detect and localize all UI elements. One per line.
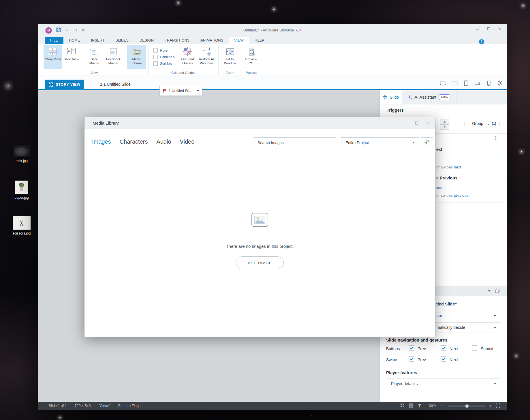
tab-file[interactable]: FILE — [45, 37, 63, 44]
ribbon: Story View Slide View Slide Master Feedb… — [38, 44, 507, 76]
section-nav-gestures: Slide navigation and gestures — [386, 337, 448, 342]
import-file-icon — [424, 140, 430, 146]
zoom-in-button[interactable]: + — [489, 404, 491, 408]
player-settings-gear-icon[interactable] — [497, 80, 503, 87]
fit-slide-to-window-icon[interactable] — [496, 403, 500, 409]
save-button[interactable] — [56, 27, 61, 33]
desktop-icon-paper[interactable]: paper.jpg — [9, 181, 35, 200]
trigger-text-fragment[interactable]: or swipes previous — [436, 193, 469, 198]
slide-master-button[interactable]: Slide Master — [85, 45, 104, 69]
media-list-empty-state: There are no images in this project. ADD… — [84, 154, 435, 337]
search-input[interactable] — [254, 137, 336, 148]
customize-toolbar-button[interactable] — [82, 28, 85, 33]
trigger-text-fragment[interactable]: or swipes next — [436, 165, 461, 169]
buttons-submit-checkbox[interactable] — [472, 345, 477, 351]
group-label-grid-and-guides: Grid and Guides — [151, 71, 216, 74]
preview-button[interactable]: Preview — [244, 45, 259, 69]
grid-and-guides-button[interactable]: Grid and Guides — [178, 45, 197, 69]
collapse-caret-icon[interactable] — [488, 290, 490, 292]
scope-dropdown[interactable]: Entire Project — [341, 137, 419, 148]
buttons-next-checkbox[interactable] — [441, 345, 446, 351]
tab-ai-assistant[interactable]: AI Assistant New — [402, 90, 456, 104]
divider — [436, 174, 503, 174]
redock-all-windows-button[interactable]: Redock All Windows — [197, 45, 216, 69]
tab-slides[interactable]: SLIDES — [110, 37, 134, 44]
phone-landscape-preview-icon[interactable] — [474, 80, 481, 87]
laptop-preview-icon[interactable] — [439, 80, 446, 87]
separator — [218, 46, 219, 74]
scene-dropdown[interactable]: 1 Untitled Sc... — [159, 86, 202, 96]
help-icon[interactable]: ? — [479, 39, 484, 44]
tab-insert[interactable]: INSERT — [86, 37, 110, 44]
desktop-icon-rock[interactable]: rock.jpg — [9, 145, 35, 163]
story-view-button[interactable]: Story View — [44, 45, 62, 69]
notes-view-icon[interactable] — [409, 403, 413, 408]
swipe-prev-label: Prev — [418, 357, 426, 362]
zoom-out-button[interactable]: − — [441, 404, 443, 408]
buttons-prev-checkbox[interactable] — [409, 345, 414, 351]
tablet-landscape-preview-icon[interactable] — [451, 80, 458, 87]
grid-view-icon[interactable] — [400, 403, 405, 408]
properties-title-fragment: tled Slide" — [436, 302, 457, 306]
bright-star — [521, 151, 522, 152]
feedback-master-button[interactable]: Feedback Master — [104, 45, 123, 69]
fit-to-window-button[interactable]: Fit to Window — [221, 45, 240, 69]
tab-home[interactable]: HOME — [63, 37, 85, 44]
zoom-slider[interactable] — [448, 406, 485, 406]
tab-view[interactable]: VIEW — [229, 37, 249, 44]
status-slide-dimensions: 720 × 540 — [75, 404, 91, 408]
desktop-icon-scissors[interactable]: ✂ scissors.jpg — [9, 216, 35, 235]
tab-video[interactable]: Video — [180, 138, 195, 145]
breadcrumb[interactable]: 1.1 Untitled Slide — [100, 82, 131, 87]
group-checkbox[interactable] — [465, 121, 470, 126]
phone-portrait-preview-icon[interactable] — [486, 80, 492, 87]
status-feature-flags[interactable]: Feature Flags — [118, 404, 140, 408]
tab-audio[interactable]: Audio — [156, 138, 171, 145]
tab-transitions[interactable]: TRANSITIONS — [159, 37, 195, 44]
ruler-checkbox[interactable]: Ruler — [153, 48, 174, 52]
tab-design[interactable]: DESIGN — [134, 37, 159, 44]
dialog-close-button[interactable] — [426, 121, 429, 126]
trigger-link-fragment[interactable]: lide — [436, 186, 442, 190]
undock-panel-icon[interactable] — [495, 288, 500, 293]
tab-help[interactable]: HELP — [249, 37, 270, 44]
tab-animations[interactable]: ANIMATIONS — [195, 37, 229, 44]
guides-checkbox[interactable]: Guides — [153, 61, 174, 66]
gridlines-checkbox[interactable]: Gridlines — [153, 55, 174, 59]
story-view-icon — [48, 47, 58, 57]
player-features-dropdown[interactable]: Player defaults — [387, 378, 500, 389]
divider — [436, 202, 503, 203]
swipe-row-label: Swipe: — [386, 357, 398, 362]
separator — [242, 46, 242, 74]
import-file-button[interactable] — [421, 137, 433, 148]
trigger-reorder-spinner[interactable] — [440, 119, 449, 130]
tablet-portrait-preview-icon[interactable] — [463, 80, 469, 87]
variables-button[interactable]: (x) — [489, 118, 499, 129]
dialog-maximize-button[interactable] — [415, 121, 419, 126]
tab-images[interactable]: Images — [92, 138, 111, 145]
slide-view-button[interactable]: Slide View — [62, 45, 81, 69]
status-slide-count: Slide 1 of 1 — [49, 404, 67, 408]
undo-button[interactable]: ↶ — [65, 28, 69, 33]
media-library-button[interactable]: Media Library — [127, 45, 146, 69]
maximize-button[interactable] — [487, 27, 490, 31]
desktop-icon-label: rock.jpg — [9, 159, 35, 163]
tab-slide[interactable]: Slide — [380, 90, 402, 104]
swipe-prev-checkbox[interactable] — [409, 356, 414, 362]
redo-button[interactable]: ↷ — [74, 28, 78, 33]
zoom-slider-thumb[interactable] — [465, 404, 469, 408]
dropdown-caret-icon — [494, 327, 496, 329]
section-player-features: Player features — [386, 370, 417, 375]
close-button[interactable] — [498, 27, 501, 31]
collapse-all-icon[interactable] — [493, 136, 498, 141]
group-label-publish: Publish — [244, 71, 259, 74]
filter-icon[interactable] — [418, 404, 422, 408]
status-theme: "Clean" — [99, 404, 111, 408]
add-image-button[interactable]: ADD IMAGE — [236, 256, 284, 269]
minimize-button[interactable] — [476, 27, 480, 31]
tab-characters[interactable]: Characters — [120, 138, 148, 145]
story-view-tab[interactable]: STORY VIEW — [45, 80, 84, 89]
swipe-next-checkbox[interactable] — [441, 356, 446, 362]
title-bar: Untitled1* - Articulate Storylinex64 sl … — [38, 24, 507, 37]
storyline-logo[interactable]: sl — [45, 27, 52, 34]
